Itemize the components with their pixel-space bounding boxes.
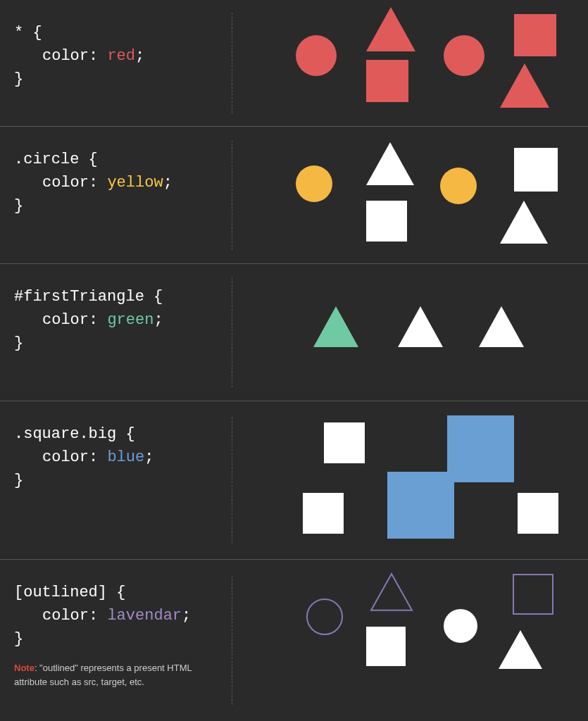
circle-shape xyxy=(444,35,484,76)
close-brace: } xyxy=(14,627,218,651)
property-name: color: xyxy=(42,449,107,466)
triangle-shape xyxy=(366,142,414,185)
property-value: yellow xyxy=(107,174,163,192)
selector-line: .circle { xyxy=(14,148,218,171)
code-block: .circle {color: yellow;} xyxy=(0,127,232,263)
square-shape xyxy=(366,201,407,242)
selector-text: * { xyxy=(14,24,42,42)
triangle-shape xyxy=(313,306,358,347)
semicolon: ; xyxy=(182,607,191,625)
shapes-area xyxy=(232,264,588,401)
row-universal: * {color: red;} xyxy=(0,0,588,127)
circle-shape xyxy=(440,168,477,204)
square-shape xyxy=(447,415,514,482)
square-shape xyxy=(366,627,406,666)
row-class-circle: .circle {color: yellow;} xyxy=(0,127,588,264)
selector-line: #firstTriangle { xyxy=(14,285,218,308)
property-line: color: red; xyxy=(14,44,218,68)
note-body: : "outlined" represents a present HTML a… xyxy=(14,663,192,687)
code-block: [outlined] {color: lavendar;}Note: "outl… xyxy=(0,560,232,721)
shapes-area xyxy=(232,401,588,559)
selector-text: .circle { xyxy=(14,151,98,168)
square-shape xyxy=(518,493,558,534)
square-shape xyxy=(514,14,556,56)
shapes-area xyxy=(232,560,588,721)
property-value: lavendar xyxy=(107,607,182,625)
selector-line: [outlined] { xyxy=(14,581,218,604)
property-line: color: blue; xyxy=(14,446,218,469)
selector-text: .square.big { xyxy=(14,425,135,443)
selector-text: [outlined] { xyxy=(14,584,125,601)
square-shape xyxy=(366,60,408,102)
circle-shape xyxy=(444,609,477,643)
property-line: color: yellow; xyxy=(14,171,218,194)
triangle-shape xyxy=(500,63,549,108)
property-line: color: lavendar; xyxy=(14,604,218,627)
triangle-shape xyxy=(398,306,443,347)
shapes-area xyxy=(232,127,588,263)
property-value: blue xyxy=(107,449,144,466)
svg-marker-0 xyxy=(371,574,412,610)
semicolon: ; xyxy=(144,449,154,466)
triangle-shape xyxy=(500,201,548,244)
selector-line: .square.big { xyxy=(14,422,218,446)
property-value: red xyxy=(107,47,135,65)
semicolon: ; xyxy=(135,47,144,65)
triangle-shape xyxy=(499,630,542,669)
code-block: * {color: red;} xyxy=(0,0,232,126)
note-label: Note xyxy=(14,663,35,673)
close-brace: } xyxy=(14,68,218,91)
triangle-shape xyxy=(366,7,415,51)
property-value: green xyxy=(107,311,154,329)
selector-line: * { xyxy=(14,21,218,44)
property-line: color: green; xyxy=(14,308,218,332)
property-name: color: xyxy=(42,47,107,65)
shapes-area xyxy=(232,0,588,126)
close-brace: } xyxy=(14,194,218,218)
code-block: .square.big {color: blue;} xyxy=(0,401,232,559)
property-name: color: xyxy=(42,174,107,192)
square-shape xyxy=(303,493,344,534)
circle-shape xyxy=(296,165,332,202)
triangle-shape xyxy=(370,572,413,612)
square-shape xyxy=(513,574,553,615)
semicolon: ; xyxy=(163,174,173,192)
square-shape xyxy=(514,148,558,192)
triangle-shape xyxy=(479,306,524,347)
circle-shape xyxy=(296,35,337,76)
close-brace: } xyxy=(14,332,218,355)
semicolon: ; xyxy=(154,311,163,329)
code-block: #firstTriangle {color: green;} xyxy=(0,264,232,401)
square-shape xyxy=(324,422,365,463)
property-name: color: xyxy=(42,607,107,625)
square-shape xyxy=(387,472,454,539)
row-attr-outlined: [outlined] {color: lavendar;}Note: "outl… xyxy=(0,560,588,721)
circle-shape xyxy=(306,598,343,635)
property-name: color: xyxy=(42,311,107,329)
row-class-big: .square.big {color: blue;} xyxy=(0,401,588,560)
note-text: Note: "outlined" represents a present HT… xyxy=(14,661,218,689)
row-id-triangle: #firstTriangle {color: green;} xyxy=(0,264,588,401)
selector-text: #firstTriangle { xyxy=(14,288,163,306)
close-brace: } xyxy=(14,469,218,492)
